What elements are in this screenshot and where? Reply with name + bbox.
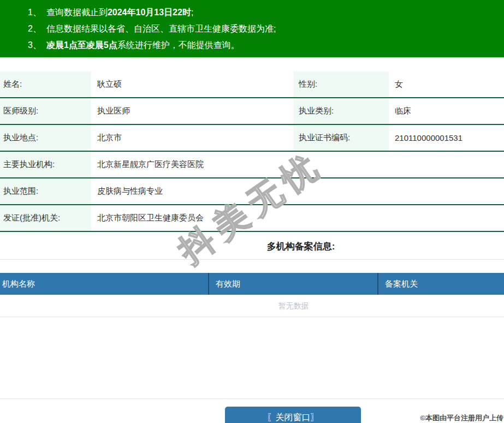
notice-text-bold: 2024年10月13日22时 bbox=[108, 8, 191, 17]
field-label-main-institution: 主要执业机构: bbox=[0, 151, 91, 178]
column-header-filing-authority: 备案机关 bbox=[378, 273, 504, 295]
multi-institution-section-title: 多机构备案信息: bbox=[0, 240, 504, 253]
field-label-practice-scope: 执业范围: bbox=[0, 178, 91, 205]
divider bbox=[0, 259, 504, 260]
notice-line-1: 1、查询数据截止到2024年10月13日22时; bbox=[0, 4, 504, 21]
field-value-practice-scope: 皮肤病与性病专业 bbox=[91, 178, 504, 205]
field-label-practice-category: 执业类别: bbox=[293, 98, 389, 124]
field-label-name: 姓名: bbox=[0, 72, 91, 98]
upload-credit-watermark: ©本图由平台注册用户上传 bbox=[420, 413, 503, 423]
column-header-validity-period: 有效期 bbox=[209, 273, 378, 295]
notice-number: 1、 bbox=[28, 4, 41, 21]
field-value-issuing-authority: 北京市朝阳区卫生健康委员会 bbox=[91, 205, 504, 231]
close-window-button[interactable]: 〖关闭窗口〗 bbox=[225, 407, 361, 423]
field-value-name: 耿立硕 bbox=[91, 72, 293, 98]
license-query-result-page: 1、查询数据截止到2024年10月13日22时; 2、信息数据结果以各省、自治区… bbox=[0, 0, 504, 423]
notice-text-bold: 凌晨1点至凌晨5点 bbox=[46, 40, 117, 50]
notice-number: 3、 bbox=[28, 37, 41, 53]
notice-line-3: 3、凌晨1点至凌晨5点系统进行维护，不能提供查询。 bbox=[0, 37, 504, 53]
table-row-main-institution: 主要执业机构: 北京新星靓京广医疗美容医院 bbox=[0, 151, 504, 178]
field-value-doctor-level: 执业医师 bbox=[91, 98, 293, 124]
table-row-issuing-authority: 发证(批准)机关: 北京市朝阳区卫生健康委员会 bbox=[0, 205, 504, 231]
notice-text: ; bbox=[191, 8, 193, 17]
table-row-location-certno: 执业地点: 北京市 执业证书编码: 210110000001531 bbox=[0, 124, 504, 151]
field-value-gender: 女 bbox=[389, 72, 504, 98]
table-row-name-gender: 姓名: 耿立硕 性别: 女 bbox=[0, 72, 504, 98]
empty-data-placeholder: 暂无数据 bbox=[0, 295, 504, 317]
field-label-issuing-authority: 发证(批准)机关: bbox=[0, 205, 91, 231]
column-header-institution-name: 机构名称 bbox=[0, 273, 209, 295]
field-value-certificate-number: 210110000001531 bbox=[389, 124, 504, 151]
field-value-practice-location: 北京市 bbox=[91, 124, 293, 151]
field-value-main-institution: 北京新星靓京广医疗美容医院 bbox=[91, 151, 504, 178]
notice-text: 系统进行维护，不能提供查询。 bbox=[117, 40, 240, 50]
table-row-level-category: 医师级别: 执业医师 执业类别: 临床 bbox=[0, 98, 504, 124]
field-label-certificate-number: 执业证书编码: bbox=[293, 124, 389, 151]
notice-text: 查询数据截止到 bbox=[46, 8, 108, 17]
notice-text: 信息数据结果以各省、自治区、直辖市卫生健康委数据为准; bbox=[46, 24, 276, 33]
filing-table-header: 机构名称 有效期 备案机关 bbox=[0, 273, 504, 295]
notice-number: 2、 bbox=[28, 21, 41, 37]
divider bbox=[0, 398, 504, 399]
notice-line-2: 2、信息数据结果以各省、自治区、直辖市卫生健康委数据为准; bbox=[0, 21, 504, 37]
practitioner-info-table: 姓名: 耿立硕 性别: 女 医师级别: 执业医师 执业类别: 临床 执业地点: … bbox=[0, 72, 504, 232]
table-row-practice-scope: 执业范围: 皮肤病与性病专业 bbox=[0, 178, 504, 205]
field-label-gender: 性别: bbox=[293, 72, 389, 98]
notice-banner: 1、查询数据截止到2024年10月13日22时; 2、信息数据结果以各省、自治区… bbox=[0, 0, 504, 57]
field-value-practice-category: 临床 bbox=[389, 98, 504, 124]
field-label-doctor-level: 医师级别: bbox=[0, 98, 91, 124]
field-label-practice-location: 执业地点: bbox=[0, 124, 91, 151]
